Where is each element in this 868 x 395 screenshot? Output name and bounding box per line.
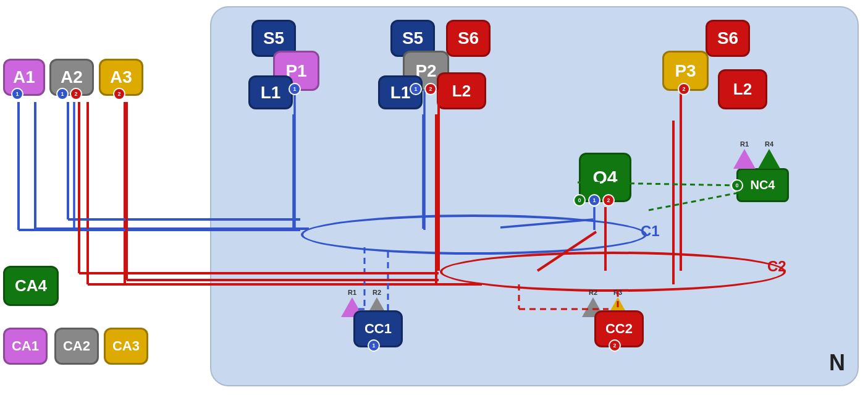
node-A3-label: A3	[110, 67, 132, 87]
node-A2-label: A2	[61, 67, 83, 87]
node-CA4[interactable]: CA4	[3, 266, 59, 306]
main-network-container: S5 P1 1 L1 S5 S6 P2 1 2 L1 L2 S6 P3 2 L2…	[210, 6, 859, 386]
port-A2-2[interactable]: 2	[70, 88, 82, 100]
ellipse-C2[interactable]	[440, 252, 786, 292]
node-O4-label: O4	[592, 167, 617, 188]
triangle-R1-nc4: R1	[733, 140, 756, 169]
node-L1a-label: L1	[261, 83, 281, 103]
node-S6b[interactable]: S6	[706, 20, 750, 57]
node-L2a[interactable]: L2	[437, 72, 486, 109]
node-A1[interactable]: A1 1	[3, 59, 45, 96]
port-CC1-1[interactable]: 1	[368, 339, 380, 352]
node-CC2[interactable]: CC2 2	[594, 310, 644, 347]
node-L2b[interactable]: L2	[718, 69, 767, 109]
node-CA3[interactable]: CA3	[104, 328, 148, 365]
port-P3-2[interactable]: 2	[678, 83, 690, 95]
node-S6a[interactable]: S6	[446, 20, 491, 57]
node-L1a[interactable]: L1	[248, 75, 293, 109]
node-NC4-label: NC4	[750, 178, 775, 192]
port-A2-1[interactable]: 1	[56, 88, 69, 100]
node-CA1[interactable]: CA1	[3, 328, 48, 365]
port-A1-1[interactable]: 1	[11, 88, 23, 100]
node-A3[interactable]: A3 2	[99, 59, 143, 96]
label-C2: C2	[767, 258, 786, 275]
port-O4-2[interactable]: 2	[602, 194, 615, 206]
node-CC1[interactable]: CC1 1	[353, 310, 403, 347]
node-L1b-label: L1	[390, 83, 411, 103]
triangle-R4-nc4: R4	[758, 140, 780, 169]
node-P3[interactable]: P3 2	[662, 51, 709, 91]
node-P3-label: P3	[675, 61, 696, 81]
triangles-R1-R4: R1 R4	[733, 140, 780, 169]
node-CA4-label: CA4	[15, 276, 47, 295]
node-L2b-label: L2	[733, 80, 752, 99]
node-S6a-label: S6	[458, 28, 479, 48]
label-N: N	[829, 350, 845, 376]
node-NC4[interactable]: NC4 0	[736, 168, 789, 202]
node-O4[interactable]: O4 0 1 2	[579, 153, 631, 202]
label-C1: C1	[641, 223, 660, 240]
node-S5b-label: S5	[402, 28, 423, 48]
port-P1-1[interactable]: 1	[289, 83, 301, 95]
node-CC2-label: CC2	[605, 321, 633, 337]
node-CA1-label: CA1	[12, 338, 39, 354]
port-NC4-0[interactable]: 0	[731, 179, 743, 192]
port-A3-2[interactable]: 2	[113, 88, 125, 100]
node-S6b-label: S6	[717, 28, 738, 48]
port-P2-2[interactable]: 2	[424, 83, 437, 95]
node-A2[interactable]: A2 1 2	[49, 59, 94, 96]
node-CA2-label: CA2	[63, 338, 90, 354]
port-CC2-2[interactable]: 2	[609, 339, 621, 352]
node-L2a-label: L2	[452, 82, 471, 101]
node-S5a-label: S5	[263, 28, 284, 48]
node-CC1-label: CC1	[364, 321, 392, 337]
node-CA3-label: CA3	[112, 338, 140, 354]
ellipse-C1[interactable]	[301, 214, 647, 255]
node-CA2[interactable]: CA2	[54, 328, 99, 365]
port-O4-1[interactable]: 1	[588, 194, 600, 206]
port-P2-1[interactable]: 1	[410, 83, 422, 95]
node-A1-label: A1	[13, 67, 35, 87]
port-O4-0[interactable]: 0	[573, 194, 586, 206]
